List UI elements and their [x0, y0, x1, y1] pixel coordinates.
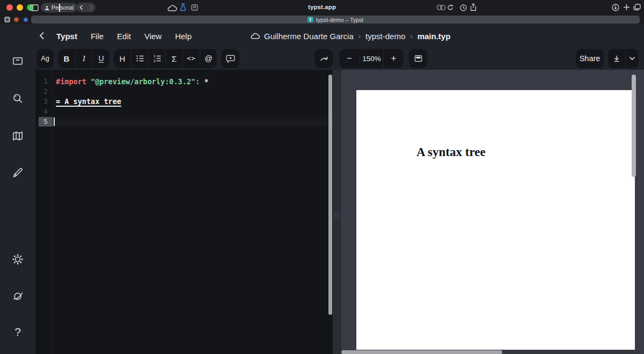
settings-gear-icon[interactable] [12, 253, 24, 266]
line-content[interactable]: = A syntax tree [53, 97, 333, 107]
menu-edit[interactable]: Edit [117, 32, 131, 41]
app-main: Typst File Edit View Help Guilherme Duar… [35, 24, 644, 354]
breadcrumb: Guilherme Duarte Garcia › typst-demo › m… [250, 24, 450, 48]
line-number: 3 [39, 97, 53, 107]
download-icon [612, 54, 621, 63]
pinned-tab-3[interactable] [23, 17, 28, 23]
bullet-list-button[interactable] [131, 49, 148, 68]
code-editor[interactable]: 1#import "@preview/arborly:0.3.2": *23= … [35, 70, 333, 354]
chevron-down-icon [629, 56, 635, 61]
redo-icon [319, 54, 329, 64]
history-clock-icon[interactable] [460, 4, 467, 11]
comment-plus-icon [225, 54, 236, 63]
line-content[interactable] [53, 107, 333, 117]
zoom-in-button[interactable]: + [383, 49, 404, 68]
breadcrumb-account[interactable]: Guilherme Duarte Garcia [264, 32, 354, 41]
editor-scrollbar[interactable] [328, 75, 332, 315]
svg-text:2: 2 [153, 59, 155, 63]
line-number: 1 [39, 77, 53, 87]
reload-icon[interactable] [447, 4, 453, 11]
share-button[interactable]: Share [576, 49, 604, 68]
italic-button[interactable]: I [75, 49, 92, 68]
address-bar-url[interactable]: typst.app [0, 4, 644, 10]
pinned-tab-2[interactable] [13, 17, 19, 23]
menu-file[interactable]: File [91, 32, 104, 41]
pinned-tab-1-icon [6, 18, 9, 21]
bullet-list-icon [135, 54, 145, 63]
help-icon[interactable]: ? [14, 326, 21, 338]
new-tab-icon[interactable] [623, 4, 630, 11]
workspace: 1#import "@preview/arborly:0.3.2": *23= … [35, 70, 644, 354]
breadcrumb-project[interactable]: typst-demo [365, 32, 405, 41]
comment-button[interactable] [221, 49, 239, 68]
numbered-list-icon: 12 [152, 54, 162, 63]
share-page-icon[interactable] [470, 3, 477, 11]
planet-icon[interactable] [12, 290, 24, 303]
menu-view[interactable]: View [144, 32, 162, 41]
document-page: A syntax tree [356, 90, 635, 350]
typst-app: ? Typst File Edit View Help Guilherme Du… [0, 24, 644, 354]
typst-favicon: t [308, 17, 313, 23]
tab-overview-icon[interactable] [633, 4, 641, 11]
breadcrumb-file[interactable]: main.typ [418, 32, 451, 41]
search-icon[interactable] [12, 92, 24, 105]
app-menubar: Typst File Edit View Help Guilherme Duar… [35, 24, 644, 48]
cloud-sync-icon [250, 33, 260, 39]
line-number: 5 [39, 117, 53, 127]
export-group [608, 49, 639, 68]
menu-help[interactable]: Help [175, 32, 192, 41]
numbered-list-button[interactable]: 12 [148, 49, 165, 68]
bold-button[interactable]: B [58, 49, 75, 68]
drag-handle-icon [335, 212, 339, 219]
line-content[interactable] [53, 117, 333, 127]
cookie-badge-icon[interactable] [436, 4, 446, 11]
zoom-out-button[interactable]: − [339, 49, 360, 68]
files-icon[interactable] [12, 55, 24, 67]
back-to-dashboard-icon[interactable] [39, 32, 45, 40]
downloads-icon[interactable] [612, 4, 619, 11]
code-button[interactable]: <> [182, 49, 200, 68]
token-keyword: #import [56, 77, 86, 86]
menu-typst[interactable]: Typst [56, 32, 77, 41]
svg-text:1: 1 [153, 54, 155, 58]
code-line[interactable]: 1#import "@preview/arborly:0.3.2": * [35, 77, 333, 87]
code-line[interactable]: 2 [35, 87, 333, 97]
line-number: 2 [39, 87, 53, 97]
window-titlebar: Personal ⌄ typst.app [0, 0, 644, 15]
redo-button[interactable] [314, 49, 333, 68]
tab-title: typst-demo – Typst [316, 17, 364, 23]
token-plain [86, 77, 91, 86]
breadcrumb-separator: › [409, 32, 413, 40]
code-line[interactable]: 4 [35, 107, 333, 117]
preview-pane[interactable]: A syntax tree [341, 70, 644, 354]
fit-page-button[interactable] [409, 49, 427, 68]
code-lines: 1#import "@preview/arborly:0.3.2": *23= … [35, 77, 333, 127]
pen-icon[interactable] [12, 167, 24, 179]
breadcrumb-separator: › [358, 32, 361, 40]
text-style-button[interactable]: Ag [36, 49, 54, 68]
heading-button[interactable]: H [114, 49, 131, 68]
reference-button[interactable]: @ [200, 49, 217, 68]
code-line[interactable]: 3= A syntax tree [35, 97, 333, 107]
line-content[interactable] [53, 87, 333, 97]
packages-map-icon[interactable] [12, 130, 24, 142]
zoom-level[interactable]: 150% [360, 55, 383, 63]
download-button[interactable] [609, 49, 625, 68]
math-button[interactable]: Σ [165, 49, 182, 68]
export-menu-button[interactable] [625, 49, 639, 68]
underline-button[interactable]: U [92, 49, 109, 68]
pinned-tab-3-icon [24, 18, 27, 21]
pane-resizer[interactable] [333, 70, 341, 354]
zoom-controls: − 150% + [339, 49, 404, 68]
active-tab[interactable]: t typst-demo – Typst [31, 16, 640, 24]
pinned-tab-1[interactable] [4, 17, 10, 23]
preview-vertical-scrollbar[interactable] [632, 75, 636, 177]
token-string: "@preview/arborly:0.3.2" [91, 77, 195, 86]
line-content[interactable]: #import "@preview/arborly:0.3.2": * [53, 77, 333, 87]
preview-horizontal-scrollbar[interactable] [341, 350, 502, 354]
token-heading: = A syntax tree [56, 97, 121, 106]
token-op: * [204, 77, 208, 86]
code-line[interactable]: 5 [35, 117, 333, 127]
browser-tabbar: t typst-demo – Typst [0, 15, 644, 24]
format-group: B I U [58, 49, 109, 68]
